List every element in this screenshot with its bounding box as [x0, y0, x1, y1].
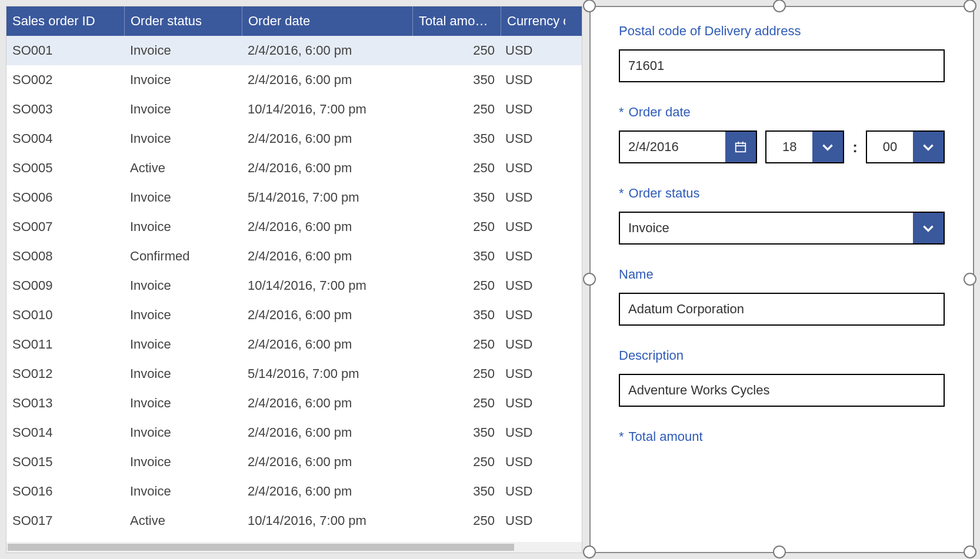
cell-date: 2/4/2016, 6:00 pm [242, 160, 412, 176]
cell-date: 2/4/2016, 6:00 pm [242, 396, 412, 411]
cell-amount: 350 [412, 72, 501, 88]
table-row[interactable]: SO012Invoice5/14/2016, 7:00 pm250USD [6, 359, 582, 389]
table-row[interactable]: SO017Active10/14/2016, 7:00 pm250USD [6, 506, 582, 535]
cell-amount: 250 [412, 43, 501, 58]
column-header-currency[interactable]: Currency of T [501, 6, 565, 36]
cell-currency: USD [501, 396, 565, 411]
cell-date: 2/4/2016, 6:00 pm [242, 131, 412, 146]
resize-handle[interactable] [773, 0, 786, 12]
total-amount-label: * Total amount [619, 429, 945, 444]
cell-currency: USD [501, 484, 565, 499]
description-label: Description [619, 348, 945, 363]
cell-status: Invoice [124, 454, 242, 470]
name-input[interactable]: Adatum Corporation [619, 293, 945, 326]
order-status-label: * Order status [619, 186, 945, 201]
cell-amount: 250 [412, 396, 501, 411]
calendar-icon[interactable] [725, 132, 756, 162]
table-row[interactable]: SO005Active2/4/2016, 6:00 pm250USD [6, 153, 582, 183]
resize-handle[interactable] [964, 0, 976, 12]
table-row[interactable]: SO003Invoice10/14/2016, 7:00 pm250USD [6, 95, 582, 124]
cell-date: 2/4/2016, 6:00 pm [242, 454, 412, 470]
cell-status: Confirmed [124, 249, 242, 264]
cell-currency: USD [501, 102, 565, 117]
cell-id: SO012 [6, 366, 124, 381]
table-row[interactable]: SO013Invoice2/4/2016, 6:00 pm250USD [6, 389, 582, 418]
cell-id: SO004 [6, 131, 124, 146]
table-row[interactable]: SO004Invoice2/4/2016, 6:00 pm350USD [6, 124, 582, 153]
table-row[interactable]: SO010Invoice2/4/2016, 6:00 pm350USD [6, 300, 582, 330]
cell-id: SO009 [6, 278, 124, 293]
column-header-date[interactable]: Order date [242, 6, 412, 36]
table-row[interactable]: SO002Invoice2/4/2016, 6:00 pm350USD [6, 65, 582, 95]
required-marker: * [619, 105, 624, 120]
cell-currency: USD [501, 454, 565, 470]
cell-id: SO011 [6, 337, 124, 352]
cell-currency: USD [501, 307, 565, 323]
table-row[interactable]: SO006Invoice5/14/2016, 7:00 pm350USD [6, 183, 582, 212]
order-date-input[interactable]: 2/4/2016 [619, 130, 757, 163]
table-row[interactable]: SO014Invoice2/4/2016, 6:00 pm350USD [6, 418, 582, 447]
cell-currency: USD [501, 366, 565, 381]
table-row[interactable]: SO016Invoice2/4/2016, 6:00 pm350USD [6, 477, 582, 506]
grid-body[interactable]: SO001Invoice2/4/2016, 6:00 pm250USDSO002… [6, 36, 582, 542]
horizontal-scrollbar[interactable] [6, 542, 582, 553]
cell-status: Invoice [124, 484, 242, 499]
description-input[interactable]: Adventure Works Cycles [619, 374, 945, 407]
cell-amount: 250 [412, 366, 501, 381]
required-marker: * [619, 186, 624, 201]
cell-currency: USD [501, 131, 565, 146]
cell-id: SO016 [6, 484, 124, 499]
resize-handle[interactable] [964, 545, 976, 558]
cell-id: SO006 [6, 190, 124, 205]
resize-handle[interactable] [583, 273, 596, 286]
cell-amount: 350 [412, 425, 501, 440]
resize-handle[interactable] [583, 0, 596, 12]
cell-date: 10/14/2016, 7:00 pm [242, 513, 412, 528]
cell-status: Active [124, 160, 242, 176]
cell-currency: USD [501, 72, 565, 88]
table-row[interactable]: SO015Invoice2/4/2016, 6:00 pm250USD [6, 447, 582, 477]
cell-date: 2/4/2016, 6:00 pm [242, 484, 412, 499]
cell-currency: USD [501, 219, 565, 235]
cell-amount: 250 [412, 337, 501, 352]
cell-amount: 350 [412, 484, 501, 499]
cell-date: 2/4/2016, 6:00 pm [242, 307, 412, 323]
postal-code-input[interactable]: 71601 [619, 49, 945, 82]
cell-id: SO015 [6, 454, 124, 470]
cell-amount: 250 [412, 102, 501, 117]
resize-handle[interactable] [773, 545, 786, 558]
cell-id: SO017 [6, 513, 124, 528]
cell-amount: 350 [412, 307, 501, 323]
cell-currency: USD [501, 425, 565, 440]
table-row[interactable]: SO011Invoice2/4/2016, 6:00 pm250USD [6, 330, 582, 359]
cell-date: 2/4/2016, 6:00 pm [242, 425, 412, 440]
cell-amount: 350 [412, 249, 501, 264]
column-header-amount[interactable]: Total amo… [412, 6, 501, 36]
cell-status: Invoice [124, 278, 242, 293]
cell-status: Active [124, 513, 242, 528]
resize-handle[interactable] [964, 273, 976, 286]
required-marker: * [619, 429, 624, 444]
cell-amount: 250 [412, 278, 501, 293]
cell-id: SO013 [6, 396, 124, 411]
resize-handle[interactable] [583, 545, 596, 558]
name-label: Name [619, 267, 945, 282]
postal-code-label: Postal code of Delivery address [619, 24, 945, 39]
table-row[interactable]: SO008Confirmed2/4/2016, 6:00 pm350USD [6, 242, 582, 271]
cell-date: 2/4/2016, 6:00 pm [242, 219, 412, 235]
cell-amount: 250 [412, 160, 501, 176]
cell-currency: USD [501, 190, 565, 205]
order-status-select[interactable]: Invoice [619, 212, 945, 245]
grid-header: Sales order ID Order status Order date T… [6, 6, 582, 36]
hour-select[interactable]: 18 [765, 130, 844, 163]
cell-status: Invoice [124, 337, 242, 352]
column-header-status[interactable]: Order status [124, 6, 242, 36]
cell-date: 5/14/2016, 7:00 pm [242, 366, 412, 381]
table-row[interactable]: SO001Invoice2/4/2016, 6:00 pm250USD [6, 36, 582, 65]
column-header-id[interactable]: Sales order ID [6, 6, 124, 36]
minute-select[interactable]: 00 [866, 130, 945, 163]
table-row[interactable]: SO009Invoice10/14/2016, 7:00 pm250USD [6, 271, 582, 300]
table-row[interactable]: SO007Invoice2/4/2016, 6:00 pm250USD [6, 212, 582, 242]
cell-status: Invoice [124, 131, 242, 146]
cell-date: 2/4/2016, 6:00 pm [242, 72, 412, 88]
